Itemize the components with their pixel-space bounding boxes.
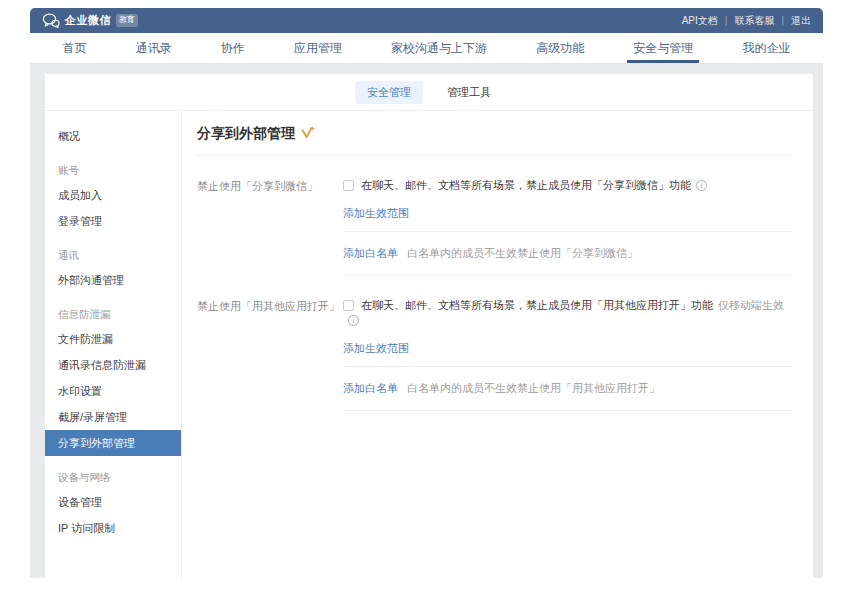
sidebar-group-header-communication: 通讯	[45, 243, 181, 267]
tab-management-tools[interactable]: 管理工具	[435, 81, 503, 104]
whitelist-row-share-to-wechat: 添加白名单白名单内的成员不生效禁止使用「分享到微信」	[343, 232, 793, 275]
checkbox-row: 在聊天、邮件、文档等所有场景，禁止成员使用「用其他应用打开」功能仅移动端生效	[343, 298, 793, 328]
add-scope-link[interactable]: 添加生效范围	[343, 341, 409, 356]
brand-name: 企业微信	[65, 13, 111, 28]
card-body: 概况 账号 成员加入 登录管理 通讯 外部沟通管理 信息防泄漏 文件防泄漏 通讯…	[45, 111, 813, 578]
app-shell: 企业微信 教育 API文档 | 联系客服 | 退出 首页 通讯录 协作 应用管理…	[30, 8, 823, 578]
topbar: 企业微信 教育 API文档 | 联系客服 | 退出	[30, 8, 823, 33]
sidebar-item-member-join[interactable]: 成员加入	[45, 182, 181, 208]
api-docs-link[interactable]: API文档	[682, 14, 718, 28]
setting-label: 禁止使用「用其他应用打开」	[197, 298, 343, 356]
sidebar-item-login-management[interactable]: 登录管理	[45, 208, 181, 234]
nav-item-contacts[interactable]: 通讯录	[136, 33, 172, 63]
premium-v-sparkle-icon	[301, 126, 315, 139]
checkbox-forbid-open-with-other-app[interactable]	[343, 300, 354, 311]
sidebar-item-overview[interactable]: 概况	[45, 123, 181, 149]
content-panel: 分享到外部管理 禁止使用「分享到微信」	[182, 111, 813, 578]
nav-item-security-management[interactable]: 安全与管理	[633, 33, 693, 63]
brand-badge: 教育	[116, 14, 138, 26]
tab-security-management[interactable]: 安全管理	[355, 81, 423, 104]
whitelist-description: 白名单内的成员不生效禁止使用「分享到微信」	[407, 247, 638, 259]
sub-tabs: 安全管理 管理工具	[45, 74, 813, 111]
sidebar-item-ip-access-restriction[interactable]: IP 访问限制	[45, 515, 181, 541]
sidebar-item-file-leak-prevention[interactable]: 文件防泄漏	[45, 326, 181, 352]
sidebar-item-device-management[interactable]: 设备管理	[45, 489, 181, 515]
sidebar-group-header-info-leak-prevention: 信息防泄漏	[45, 302, 181, 326]
add-whitelist-link[interactable]: 添加白名单	[343, 382, 398, 394]
checkbox-text: 在聊天、邮件、文档等所有场景，禁止成员使用「分享到微信」功能	[361, 179, 691, 191]
add-scope-link[interactable]: 添加生效范围	[343, 206, 409, 221]
settings-card: 安全管理 管理工具 概况 账号 成员加入 登录管理 通讯 外部沟通管理 信息防泄…	[45, 74, 813, 578]
brand: 企业微信 教育	[42, 13, 138, 28]
main-nav: 首页 通讯录 协作 应用管理 家校沟通与上下游 高级功能 安全与管理 我的企业	[30, 33, 823, 64]
topbar-links: API文档 | 联系客服 | 退出	[682, 14, 811, 28]
setting-forbid-open-with-other-app: 禁止使用「用其他应用打开」 在聊天、邮件、文档等所有场景，禁止成员使用「用其他应…	[197, 276, 793, 366]
info-icon[interactable]	[348, 315, 359, 326]
checkbox-forbid-share-to-wechat[interactable]	[343, 180, 354, 191]
mobile-only-note: 仅移动端生效	[718, 299, 784, 311]
sidebar-group-header-device-network: 设备与网络	[45, 465, 181, 489]
nav-item-app-management[interactable]: 应用管理	[294, 33, 342, 63]
nav-item-my-company[interactable]: 我的企业	[742, 33, 790, 63]
whitelist-row-open-with-other-app: 添加白名单白名单内的成员不生效禁止使用「用其他应用打开」	[343, 367, 793, 410]
contact-support-link[interactable]: 联系客服	[734, 14, 774, 28]
divider	[343, 410, 793, 411]
sidebar-item-watermark-settings[interactable]: 水印设置	[45, 378, 181, 404]
link-separator: |	[781, 15, 784, 26]
setting-label: 禁止使用「分享到微信」	[197, 178, 343, 221]
sidebar-item-share-external-management[interactable]: 分享到外部管理	[45, 430, 181, 456]
sidebar-item-screenshot-recording-management[interactable]: 截屏/录屏管理	[45, 404, 181, 430]
logout-link[interactable]: 退出	[791, 14, 811, 28]
add-whitelist-link[interactable]: 添加白名单	[343, 247, 398, 259]
page-title: 分享到外部管理	[197, 125, 295, 143]
whitelist-description: 白名单内的成员不生效禁止使用「用其他应用打开」	[407, 382, 660, 394]
sidebar: 概况 账号 成员加入 登录管理 通讯 外部沟通管理 信息防泄漏 文件防泄漏 通讯…	[45, 111, 182, 578]
nav-item-advanced-features[interactable]: 高级功能	[536, 33, 584, 63]
sidebar-item-external-communication[interactable]: 外部沟通管理	[45, 267, 181, 293]
wechat-work-logo-icon	[42, 13, 60, 28]
sidebar-group-header-account: 账号	[45, 158, 181, 182]
checkbox-row: 在聊天、邮件、文档等所有场景，禁止成员使用「分享到微信」功能	[343, 178, 793, 193]
setting-forbid-share-to-wechat: 禁止使用「分享到微信」 在聊天、邮件、文档等所有场景，禁止成员使用「分享到微信」…	[197, 156, 793, 231]
nav-item-school-communication[interactable]: 家校沟通与上下游	[391, 33, 487, 63]
nav-item-collaboration[interactable]: 协作	[221, 33, 245, 63]
page-background: 安全管理 管理工具 概况 账号 成员加入 登录管理 通讯 外部沟通管理 信息防泄…	[30, 64, 823, 578]
sidebar-item-contacts-leak-prevention[interactable]: 通讯录信息防泄漏	[45, 352, 181, 378]
link-separator: |	[725, 15, 728, 26]
checkbox-text: 在聊天、邮件、文档等所有场景，禁止成员使用「用其他应用打开」功能	[361, 299, 713, 311]
info-icon[interactable]	[696, 180, 707, 191]
nav-item-home[interactable]: 首页	[63, 33, 87, 63]
